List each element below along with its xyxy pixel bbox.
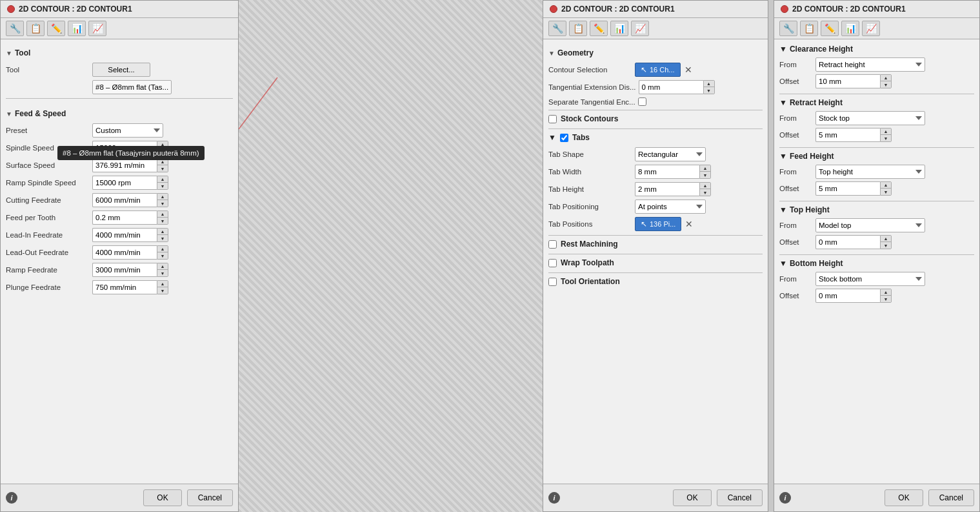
panel2-toolbar-copy-btn[interactable]: 📋 — [569, 21, 587, 36]
tab-shape-select[interactable]: Rectangular — [635, 147, 706, 161]
lead-in-feedrate-up[interactable]: ▲ — [157, 229, 168, 235]
retract-offset-up[interactable]: ▲ — [881, 128, 891, 135]
retract-offset-input[interactable] — [815, 128, 880, 142]
tangential-ext-up[interactable]: ▲ — [704, 81, 714, 87]
toolbar-table-btn[interactable]: 📊 — [68, 21, 86, 36]
ramp-spindle-down[interactable]: ▼ — [157, 183, 168, 189]
panel3-cancel-button[interactable]: Cancel — [928, 489, 974, 506]
clearance-offset-input[interactable] — [815, 74, 880, 88]
lead-out-feedrate-down[interactable]: ▼ — [157, 252, 168, 259]
tab-width-up[interactable]: ▲ — [700, 165, 710, 172]
close-dot[interactable] — [7, 5, 15, 13]
ramp-feedrate-input[interactable] — [92, 263, 157, 277]
panel2-toolbar-edit-btn[interactable]: ✏️ — [590, 21, 608, 36]
tab-positions-clear-button[interactable]: ✕ — [684, 219, 694, 229]
feed-per-tooth-down[interactable]: ▼ — [157, 218, 168, 224]
ramp-feedrate-up[interactable]: ▲ — [157, 263, 168, 270]
panel2-ok-button[interactable]: OK — [673, 489, 711, 506]
clearance-offset-down[interactable]: ▼ — [881, 81, 891, 88]
ramp-spindle-input[interactable] — [92, 176, 157, 190]
panel2-toolbar-chart-btn[interactable]: 📈 — [631, 21, 649, 36]
spindle-speed-up[interactable]: ▲ — [157, 141, 168, 148]
lead-in-feedrate-down[interactable]: ▼ — [157, 235, 168, 241]
tool-orientation-checkbox[interactable] — [548, 278, 557, 286]
tabs-checkbox[interactable] — [560, 134, 568, 142]
feed-per-tooth-input[interactable] — [92, 210, 157, 225]
panel3-info-icon[interactable]: i — [779, 492, 791, 504]
tab-positions-button[interactable]: ↖ 136 Pi... — [635, 217, 681, 231]
tab-height-down[interactable]: ▼ — [700, 189, 710, 196]
panel2-toolbar-table-btn[interactable]: 📊 — [610, 21, 628, 36]
cutting-feedrate-up[interactable]: ▲ — [157, 194, 168, 200]
cutting-feedrate-input[interactable] — [92, 193, 157, 207]
top-height-offset-up[interactable]: ▲ — [881, 236, 891, 242]
feed-per-tooth-up[interactable]: ▲ — [157, 211, 168, 218]
tangential-ext-down[interactable]: ▼ — [704, 87, 714, 94]
clearance-from-select[interactable]: Retract height — [815, 57, 925, 72]
plunge-feedrate-input[interactable] — [92, 280, 157, 294]
surface-speed-label: Surface Speed — [6, 161, 90, 169]
tool-select-button[interactable]: Select... — [92, 63, 150, 77]
top-height-offset-input[interactable] — [815, 235, 880, 249]
panel3-toolbar-table-btn[interactable]: 📊 — [841, 21, 859, 36]
panel2-info-icon[interactable]: i — [548, 492, 560, 504]
panel2-close-dot[interactable] — [550, 5, 557, 13]
lead-out-feedrate-input[interactable] — [92, 245, 157, 260]
surface-speed-up[interactable]: ▲ — [157, 159, 168, 165]
plunge-feedrate-down[interactable]: ▼ — [157, 287, 168, 294]
separate-tang-checkbox[interactable] — [638, 97, 646, 106]
tab-height-input[interactable] — [635, 182, 699, 196]
bottom-height-from-select[interactable]: Stock bottom — [815, 272, 925, 286]
lead-in-feedrate-input[interactable] — [92, 228, 157, 242]
tabs-section-label: Tabs — [572, 133, 590, 142]
plunge-feedrate-up[interactable]: ▲ — [157, 281, 168, 287]
panel1-ok-button[interactable]: OK — [143, 489, 181, 506]
spindle-speed-down[interactable]: ▼ — [157, 148, 168, 154]
top-height-from-select[interactable]: Model top — [815, 218, 925, 232]
toolbar-chart-btn[interactable]: 📈 — [88, 21, 106, 36]
rest-machining-checkbox[interactable] — [548, 240, 557, 249]
panel1-cancel-button[interactable]: Cancel — [187, 489, 233, 506]
toolbar-tool-btn[interactable]: 🔧 — [6, 21, 24, 36]
tab-width-down[interactable]: ▼ — [700, 172, 710, 178]
bottom-height-offset-down[interactable]: ▼ — [881, 296, 891, 302]
toolbar-copy-btn[interactable]: 📋 — [26, 21, 45, 36]
tangential-ext-input[interactable] — [639, 80, 703, 94]
feed-height-offset-input[interactable] — [815, 181, 880, 196]
surface-speed-input[interactable] — [92, 158, 157, 172]
contour-clear-button[interactable]: ✕ — [683, 65, 694, 75]
spindle-speed-input[interactable]: 15000 rpm — [92, 141, 157, 155]
tab-positioning-select[interactable]: At points — [635, 200, 706, 214]
toolbar-edit-btn[interactable]: ✏️ — [47, 21, 65, 36]
tab-width-input[interactable] — [635, 165, 699, 179]
bottom-height-offset-input[interactable] — [815, 289, 880, 303]
retract-offset-down[interactable]: ▼ — [881, 135, 891, 141]
ramp-spindle-up[interactable]: ▲ — [157, 176, 168, 183]
tab-height-up[interactable]: ▲ — [700, 183, 710, 189]
feed-height-offset-down[interactable]: ▼ — [881, 189, 891, 195]
retract-from-select[interactable]: Stock top — [815, 111, 925, 125]
feed-height-from-select[interactable]: Top height — [815, 165, 925, 179]
panel3-toolbar-copy-btn[interactable]: 📋 — [800, 21, 818, 36]
lead-out-feedrate-up[interactable]: ▲ — [157, 246, 168, 252]
ramp-feedrate-down[interactable]: ▼ — [157, 270, 168, 276]
panel3-toolbar-chart-btn[interactable]: 📈 — [862, 21, 880, 36]
top-height-offset-down[interactable]: ▼ — [881, 242, 891, 249]
feed-height-offset-up[interactable]: ▲ — [881, 182, 891, 189]
panel3-toolbar-tool-btn[interactable]: 🔧 — [779, 21, 797, 36]
separate-tang-row: Separate Tangential Enc... — [548, 97, 763, 106]
panel3-ok-button[interactable]: OK — [885, 489, 923, 506]
bottom-height-offset-up[interactable]: ▲ — [881, 289, 891, 296]
panel2-toolbar-tool-btn[interactable]: 🔧 — [548, 21, 566, 36]
clearance-offset-up[interactable]: ▲ — [881, 75, 891, 81]
contour-selection-button[interactable]: ↖ 16 Ch... — [635, 63, 681, 77]
cutting-feedrate-down[interactable]: ▼ — [157, 200, 168, 207]
panel3-toolbar-edit-btn[interactable]: ✏️ — [821, 21, 839, 36]
surface-speed-down[interactable]: ▼ — [157, 165, 168, 172]
panel3-close-dot[interactable] — [781, 5, 788, 13]
wrap-toolpath-checkbox[interactable] — [548, 259, 557, 267]
panel1-info-icon[interactable]: i — [6, 492, 17, 504]
preset-select[interactable]: Custom — [92, 123, 163, 138]
stock-contours-checkbox[interactable] — [548, 115, 557, 123]
panel2-cancel-button[interactable]: Cancel — [717, 489, 763, 506]
